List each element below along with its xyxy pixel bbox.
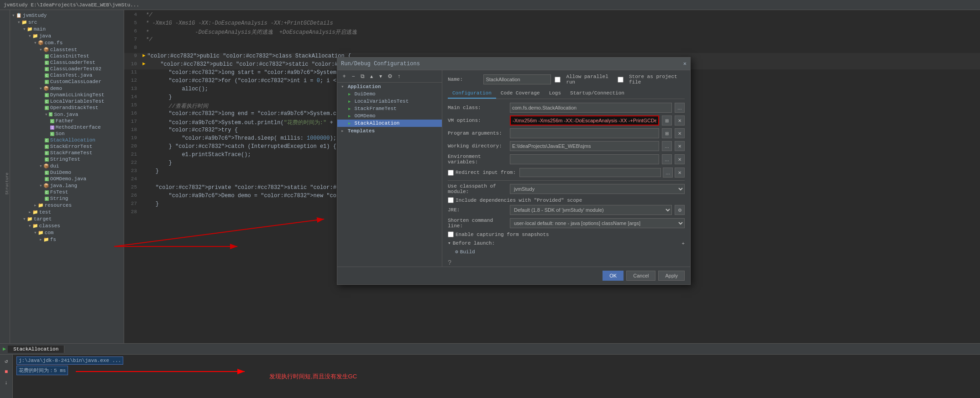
main-class-browse-button[interactable]: … xyxy=(675,103,685,113)
jre-select[interactable]: Default (1.8 - SDK of 'jvmStudy' module) xyxy=(510,205,672,215)
tree-item-StackFrameTest[interactable]: CStackFrameTest xyxy=(10,150,124,156)
dialog-right-panel: Name: Allow parallel run Store as projec… xyxy=(442,70,690,267)
run-output: j:\Java\jdk-8-241\bin\java.exe ... 花费的时间… xyxy=(13,355,980,398)
tree-item-CustomClassLoader[interactable]: CCustomClassLoader xyxy=(10,79,124,85)
program-args-expand-button[interactable]: ⊞ xyxy=(662,128,672,138)
before-launch-header[interactable]: ▾ Before launch: + xyxy=(448,240,685,246)
config-item-localvariablestest[interactable]: ▶LocalVariablesTest xyxy=(337,98,442,105)
config-item-oomdemo[interactable]: ▶OOMDemo xyxy=(337,112,442,120)
config-item-templates[interactable]: ▸Templates xyxy=(337,127,442,135)
apply-button[interactable]: Apply xyxy=(658,271,685,281)
copy-config-button[interactable]: ⧉ xyxy=(358,72,367,80)
tree-item-demo[interactable]: ▾📦demo xyxy=(10,85,124,92)
tree-item-classes[interactable]: ▾📁classes xyxy=(10,222,124,229)
tab-logs[interactable]: Logs xyxy=(545,89,566,99)
tree-item-main[interactable]: ▾📁main xyxy=(10,26,124,32)
tree-label: StringTest xyxy=(50,157,80,162)
run-tab-stackallocation[interactable]: StackAllocation xyxy=(8,346,64,353)
vm-options-expand-button[interactable]: ⊞ xyxy=(662,115,672,126)
move-down-config-button[interactable]: ▾ xyxy=(377,72,385,80)
settings-config-button[interactable]: ⚙ xyxy=(386,72,394,80)
scroll-end-btn[interactable]: ↓ xyxy=(2,378,11,388)
stop-btn[interactable]: ■ xyxy=(2,367,11,377)
env-vars-browse-button[interactable]: … xyxy=(662,154,672,164)
include-provided-checkbox[interactable] xyxy=(448,197,454,203)
enable-capture-checkbox[interactable] xyxy=(448,231,454,237)
tree-item-classtest[interactable]: ▾📦classtest xyxy=(10,46,124,53)
tree-item-Son[interactable]: CSon xyxy=(10,131,124,137)
add-config-button[interactable]: + xyxy=(340,72,348,80)
share-config-button[interactable]: ↑ xyxy=(395,72,403,80)
tree-label: com.fs xyxy=(45,40,63,46)
tab-configuration[interactable]: Configuration xyxy=(448,89,496,99)
shorten-cmd-select[interactable]: user-local default: none - java [options… xyxy=(510,218,685,228)
tree-item-ClassLoaderTest02[interactable]: CClassLoaderTest02 xyxy=(10,66,124,72)
move-up-config-button[interactable]: ▴ xyxy=(367,72,376,80)
ok-button[interactable]: OK xyxy=(603,271,624,281)
config-item-stackframetest[interactable]: ▶StackFrameTest xyxy=(337,105,442,112)
tree-item-ClassInitTest[interactable]: CClassInitTest xyxy=(10,53,124,59)
tab-code-coverage[interactable]: Code Coverage xyxy=(496,89,545,99)
allow-parallel-checkbox[interactable] xyxy=(555,77,561,83)
tree-item-OOMDemojava[interactable]: COOMDemo.java xyxy=(10,176,124,182)
run-debug-dialog[interactable]: Run/Debug Configurations ✕ + − ⧉ ▴ ▾ ⚙ ↑… xyxy=(337,57,691,285)
restart-btn[interactable]: ↺ xyxy=(2,356,11,366)
config-item-stackallocation[interactable]: ▶StackAllocation xyxy=(337,120,442,127)
tab-startup-connection[interactable]: Startup/Connection xyxy=(566,89,629,99)
program-args-clear-button[interactable]: ✕ xyxy=(675,128,685,138)
redirect-browse-button[interactable]: … xyxy=(663,168,673,178)
working-dir-clear-button[interactable]: ✕ xyxy=(675,141,685,151)
tree-item-ClassLoaderTest[interactable]: CClassLoaderTest xyxy=(10,59,124,66)
tree-item-LocalVariablesTest[interactable]: CLocalVariablesTest xyxy=(10,98,124,105)
tree-item-com.fs[interactable]: ▾📦com.fs xyxy=(10,39,124,46)
env-vars-input[interactable] xyxy=(510,154,659,164)
vm-options-input[interactable] xyxy=(510,115,659,126)
dialog-tabs: ConfigurationCode CoverageLogsStartup/Co… xyxy=(448,89,685,99)
working-dir-browse-button[interactable]: … xyxy=(662,141,672,151)
tree-item-StackErrorTest[interactable]: CStackErrorTest xyxy=(10,143,124,150)
tree-item-FsTest[interactable]: CFsTest xyxy=(10,189,124,195)
tree-item-Father[interactable]: CFather xyxy=(10,118,124,124)
cancel-button[interactable]: Cancel xyxy=(626,271,655,281)
tree-item-fs2[interactable]: ▸📁fs xyxy=(10,236,124,243)
tree-item-test[interactable]: ▸📁test xyxy=(10,209,124,215)
config-item-application[interactable]: ▾Application xyxy=(337,83,442,90)
redirect-input-input[interactable] xyxy=(519,168,661,177)
tree-item-ClassTestjava[interactable]: CClassTest.java xyxy=(10,72,124,79)
tree-item-dui[interactable]: ▾📦dui xyxy=(10,162,124,169)
run-output-line-1: j:\Java\jdk-8-241\bin\java.exe ... xyxy=(16,356,976,365)
name-input[interactable] xyxy=(483,74,551,84)
env-vars-clear-button[interactable]: ✕ xyxy=(675,154,685,164)
program-args-input[interactable] xyxy=(510,128,659,138)
tree-item-StringTest[interactable]: CStringTest xyxy=(10,156,124,162)
tree-item-String2[interactable]: CString xyxy=(10,195,124,202)
tree-item-javalang[interactable]: ▾📦java.lang xyxy=(10,182,124,189)
before-launch-add-button[interactable]: + xyxy=(682,241,685,246)
vm-options-clear-button[interactable]: ✕ xyxy=(675,115,685,126)
main-class-input[interactable] xyxy=(510,103,672,113)
tree-item-resources[interactable]: ▸📁resources xyxy=(10,202,124,209)
tree-item-target[interactable]: ▾📁target xyxy=(10,215,124,222)
tree-item-com2[interactable]: ▾📁com xyxy=(10,229,124,236)
tree-item-DynamicLinkingTest[interactable]: CDynamicLinkingTest xyxy=(10,92,124,98)
tree-item-java[interactable]: ▾📁java xyxy=(10,32,124,39)
tree-item-StackAllocation[interactable]: CStackAllocation xyxy=(10,137,124,143)
redirect-input-checkbox[interactable] xyxy=(448,170,454,176)
dialog-close-icon[interactable]: ✕ xyxy=(683,60,687,67)
tree-item-Sonjava[interactable]: ▾CSon.java xyxy=(10,111,124,118)
help-icon[interactable]: ? xyxy=(448,259,451,267)
store-project-file-checkbox[interactable] xyxy=(618,77,624,83)
classpath-select[interactable]: jvmStudy xyxy=(510,184,685,194)
project-tree[interactable]: ▾📋jvmStudy▾📁src▾📁main▾📁java▾📦com.fs▾📦cla… xyxy=(10,10,124,343)
jre-row: JRE: Default (1.8 - SDK of 'jvmStudy' mo… xyxy=(448,205,685,215)
jre-settings-button[interactable]: ⚙ xyxy=(675,205,685,215)
config-item-duidemo[interactable]: ▶DuiDemo xyxy=(337,90,442,98)
redirect-clear-button[interactable]: ✕ xyxy=(675,168,685,178)
remove-config-button[interactable]: − xyxy=(349,72,357,80)
tree-item-DuiDemo[interactable]: CDuiDemo xyxy=(10,169,124,176)
tree-item-jvmStudy[interactable]: ▾📋jvmStudy xyxy=(10,12,124,19)
tree-item-src[interactable]: ▾📁src xyxy=(10,19,124,26)
tree-item-OperandStackTest[interactable]: COperandStackTest xyxy=(10,105,124,111)
tree-item-MethodInterface[interactable]: IMethodInterface xyxy=(10,124,124,131)
working-dir-input[interactable] xyxy=(510,141,659,151)
